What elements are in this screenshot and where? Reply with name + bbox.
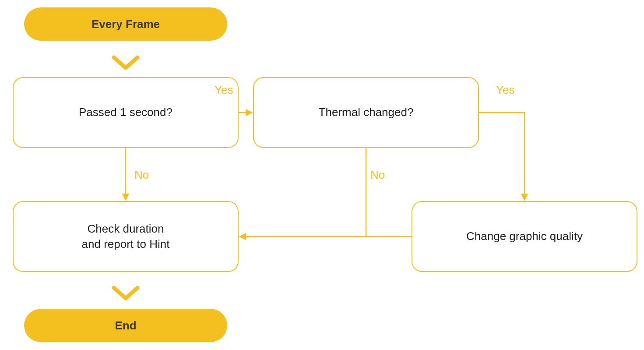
edge-label-d1-yes: Yes	[215, 83, 233, 97]
start-node: Every Frame	[24, 7, 227, 41]
decision-thermal-changed: Thermal changed?	[253, 77, 479, 148]
process-1-line1: Check duration	[88, 222, 164, 235]
decision-passed-1-second: Passed 1 second?	[13, 77, 239, 148]
chevron-p1-to-end	[114, 288, 137, 298]
process-change-quality: Change graphic quality	[412, 201, 637, 272]
start-label: Every Frame	[91, 18, 160, 31]
process-2-label: Change graphic quality	[466, 229, 583, 244]
process-1-line2: and report to Hint	[82, 237, 170, 251]
edge-d2-to-p1	[239, 148, 366, 237]
end-label: End	[115, 319, 136, 332]
process-check-duration: Check duration and report to Hint	[13, 201, 239, 272]
end-node: End	[24, 309, 227, 342]
edge-label-d1-no: No	[134, 168, 149, 182]
chevron-start-to-d1	[114, 57, 137, 68]
edge-d2-to-p2	[479, 113, 524, 200]
edge-label-d2-no: No	[370, 168, 385, 182]
decision-1-label: Passed 1 second?	[79, 105, 172, 120]
decision-2-label: Thermal changed?	[319, 105, 414, 120]
flowchart-canvas: Every Frame End Passed 1 second? Thermal…	[0, 0, 644, 350]
process-1-label: Check duration and report to Hint	[82, 221, 170, 252]
edge-label-d2-yes: Yes	[496, 83, 514, 97]
connectors	[0, 0, 644, 350]
